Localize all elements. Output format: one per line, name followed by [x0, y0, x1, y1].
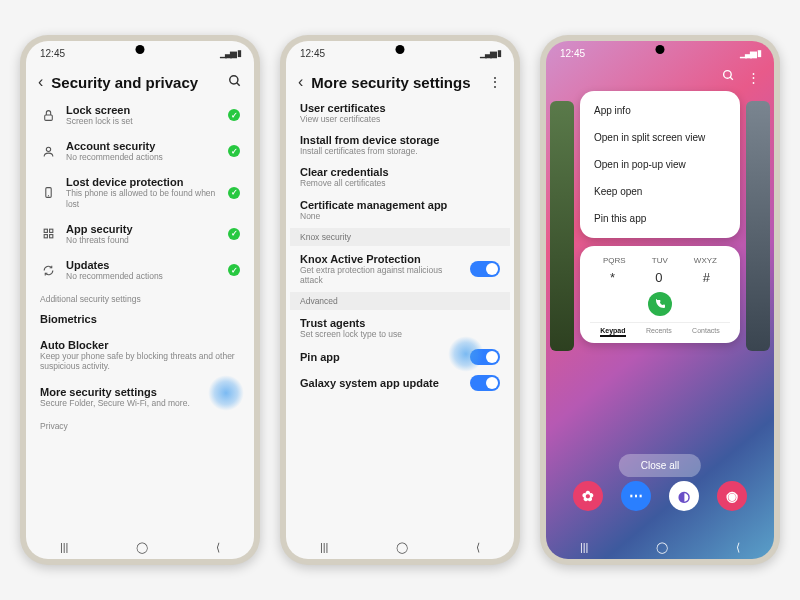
nav-bar: ||| ◯ ⟨: [26, 535, 254, 559]
knox-section: Knox security: [290, 228, 510, 246]
menu-popup-view[interactable]: Open in pop-up view: [580, 151, 740, 178]
app-menu: App info Open in split screen view Open …: [580, 91, 740, 238]
menu-pin-app[interactable]: Pin this app: [580, 205, 740, 232]
phone-3: 12:45 ▁▃▅ ▮ ⋮ App info Open in split scr…: [540, 35, 780, 565]
item-sub: This phone is allowed to be found when l…: [66, 188, 218, 208]
signal-icon: ▁▃▅: [740, 48, 755, 58]
item-title: User certificates: [300, 102, 500, 114]
nav-recents[interactable]: |||: [52, 539, 77, 555]
dock-messages-icon[interactable]: ⋯: [621, 481, 651, 511]
dial-keys: * 0 #: [590, 267, 730, 288]
recents-area: App info Open in split screen view Open …: [546, 85, 774, 535]
item-sub: None: [300, 211, 500, 221]
toggle-galaxy-update[interactable]: [470, 375, 500, 391]
search-icon[interactable]: [228, 74, 242, 91]
item-lost-device[interactable]: Lost device protectionThis phone is allo…: [30, 169, 250, 215]
recents-topbar: ⋮: [546, 65, 774, 85]
tab-recents[interactable]: Recents: [646, 327, 672, 337]
more-icon[interactable]: ⋮: [747, 70, 760, 85]
close-all-button[interactable]: Close all: [619, 454, 701, 477]
item-sub: No recommended actions: [66, 271, 218, 281]
status-icons: ▁▃▅ ▮: [220, 48, 240, 58]
screen-3: 12:45 ▁▃▅ ▮ ⋮ App info Open in split scr…: [546, 41, 774, 559]
call-button[interactable]: [648, 292, 672, 316]
item-title: Lost device protection: [66, 176, 218, 188]
key-star[interactable]: *: [610, 270, 615, 285]
dock-camera-icon[interactable]: ◉: [717, 481, 747, 511]
item-title: Auto Blocker: [40, 339, 240, 351]
item-account-security[interactable]: Account securityNo recommended actions ✓: [30, 133, 250, 169]
hint: WXYZ: [694, 256, 717, 265]
item-galaxy-update[interactable]: Galaxy system app update: [290, 370, 510, 396]
item-title: Trust agents: [300, 317, 500, 329]
item-title: Knox Active Protection: [300, 253, 460, 265]
item-cert-mgmt[interactable]: Certificate management appNone: [290, 194, 510, 226]
item-sub: Install certificates from storage.: [300, 146, 500, 156]
nav-recents[interactable]: |||: [312, 539, 337, 555]
nav-recents[interactable]: |||: [572, 539, 597, 555]
nav-back[interactable]: ⟨: [208, 539, 228, 556]
menu-keep-open[interactable]: Keep open: [580, 178, 740, 205]
page-title: More security settings: [311, 74, 480, 91]
item-auto-blocker[interactable]: Auto BlockerKeep your phone safe by bloc…: [30, 332, 250, 378]
toggle-knox[interactable]: [470, 261, 500, 277]
item-biometrics[interactable]: Biometrics: [30, 306, 250, 332]
item-title: Galaxy system app update: [300, 377, 460, 389]
svg-rect-9: [49, 235, 52, 238]
refresh-icon: [40, 262, 56, 278]
nav-home[interactable]: ◯: [128, 539, 156, 556]
item-title: Clear credentials: [300, 166, 500, 178]
item-lock-screen[interactable]: Lock screenScreen lock is set ✓: [30, 97, 250, 133]
hint: TUV: [652, 256, 668, 265]
dock-browser-icon[interactable]: ◐: [669, 481, 699, 511]
item-app-security[interactable]: App securityNo threats found ✓: [30, 216, 250, 252]
tab-contacts[interactable]: Contacts: [692, 327, 720, 337]
item-trust-agents[interactable]: Trust agentsSet screen lock type to use: [290, 312, 510, 344]
search-icon[interactable]: [722, 69, 735, 85]
toggle-pin-app[interactable]: [470, 349, 500, 365]
nav-back[interactable]: ⟨: [468, 539, 488, 556]
menu-split-screen[interactable]: Open in split screen view: [580, 124, 740, 151]
battery-icon: ▮: [497, 48, 500, 58]
dialer-card[interactable]: PQRS TUV WXYZ * 0 # Keypad Recents Conta…: [580, 246, 740, 343]
item-sub: Set screen lock type to use: [300, 329, 500, 339]
nav-bar: ||| ◯ ⟨: [286, 535, 514, 559]
nav-back[interactable]: ⟨: [728, 539, 748, 556]
screen-1: 12:45 ▁▃▅ ▮ ‹ Security and privacy Lock …: [26, 41, 254, 559]
item-pin-app[interactable]: Pin app: [290, 344, 510, 370]
camera-cutout: [136, 45, 145, 54]
item-title: Updates: [66, 259, 218, 271]
device-icon: [40, 185, 56, 201]
status-time: 12:45: [560, 48, 585, 59]
menu-app-info[interactable]: App info: [580, 97, 740, 124]
item-title: Lock screen: [66, 104, 218, 116]
recents-panel-right[interactable]: [746, 101, 770, 351]
item-knox[interactable]: Knox Active ProtectionGet extra protecti…: [290, 248, 510, 290]
key-zero[interactable]: 0: [655, 270, 662, 285]
svg-rect-2: [44, 115, 52, 120]
item-sub: Screen lock is set: [66, 116, 218, 126]
item-user-certs[interactable]: User certificatesView user certificates: [290, 97, 510, 129]
content: User certificatesView user certificates …: [286, 97, 514, 535]
item-install-storage[interactable]: Install from device storageInstall certi…: [290, 129, 510, 161]
nav-home[interactable]: ◯: [648, 539, 676, 556]
status-time: 12:45: [40, 48, 65, 59]
svg-line-1: [237, 82, 240, 85]
check-badge: ✓: [228, 109, 240, 121]
status-icons: ▁▃▅ ▮: [740, 48, 760, 58]
status-icons: ▁▃▅ ▮: [480, 48, 500, 58]
check-badge: ✓: [228, 187, 240, 199]
tab-keypad[interactable]: Keypad: [600, 327, 625, 337]
item-updates[interactable]: UpdatesNo recommended actions ✓: [30, 252, 250, 288]
more-icon[interactable]: ⋮: [488, 74, 502, 90]
back-icon[interactable]: ‹: [38, 73, 43, 91]
key-hash[interactable]: #: [703, 270, 710, 285]
dock-gallery-icon[interactable]: ✿: [573, 481, 603, 511]
item-sub: No threats found: [66, 235, 218, 245]
nav-home[interactable]: ◯: [388, 539, 416, 556]
header: ‹ Security and privacy: [26, 65, 254, 97]
item-more-security[interactable]: More security settingsSecure Folder, Sec…: [30, 379, 250, 415]
item-clear-creds[interactable]: Clear credentialsRemove all certificates: [290, 161, 510, 193]
recents-panel-left[interactable]: [550, 101, 574, 351]
back-icon[interactable]: ‹: [298, 73, 303, 91]
